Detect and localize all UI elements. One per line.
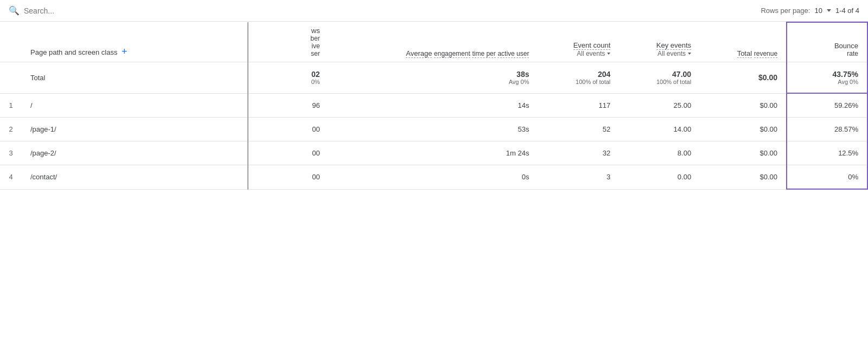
total-revenue-label-sub: revenue [754,50,777,58]
total-views: 02 0% [248,62,329,94]
add-column-button[interactable]: + [122,46,127,57]
key-events-chevron-icon [688,53,691,55]
row-bounce-rate: 28.57% [787,118,867,141]
row-bounce-rate: 59.26% [787,93,867,118]
row-avg-engagement: 0s [329,165,538,190]
table-row: 4 /contact/ 00 0s 3 0.00 $0.00 0% [0,165,867,190]
pagination-info: 1-4 of 4 [835,7,859,15]
row-views: 00 [248,165,329,190]
total-row: Total 02 0% 38s Avg 0% 204 100% of total… [0,62,867,94]
total-bounce-rate: 43.75% Avg 0% [787,62,867,94]
row-event-count: 52 [538,118,619,141]
toolbar-right: Rows per page: 10 1-4 of 4 [761,7,859,15]
data-table: Page path and screen class + ws ber ive … [0,22,868,190]
row-dimension: /page-1/ [22,118,248,141]
row-bounce-rate: 12.5% [787,141,867,165]
row-dimension: / [22,93,248,118]
row-index: 4 [0,165,22,190]
views-label-1: ws [257,27,320,35]
key-events-header: Key events All events [619,22,700,62]
table-row: 1 / 96 14s 117 25.00 $0.00 59.26% [0,93,867,118]
event-count-label: Event count [573,41,611,50]
row-dimension: /page-2/ [22,141,248,165]
avg-engagement-label-main: Average [406,49,432,58]
bounce-rate-label-sub: rate [796,50,858,57]
views-label-3: ive [257,42,320,50]
row-avg-engagement: 53s [329,118,538,141]
rows-per-page-chevron-icon[interactable] [827,9,831,12]
bounce-rate-header: Bounce rate [787,22,867,62]
views-header: ws ber ive ser [248,22,329,62]
rows-per-page-label: Rows per page: [761,7,810,15]
index-header [0,22,22,62]
row-event-count: 117 [538,93,619,118]
total-key-events: 47.00 100% of total [619,62,700,94]
avg-engagement-label-sub2: time per [472,50,495,58]
total-avg-engagement: 38s Avg 0% [329,62,538,94]
bounce-rate-label-main: Bounce [796,42,858,50]
total-event-count: 204 100% of total [538,62,619,94]
row-index: 3 [0,141,22,165]
total-revenue: $0.00 [700,62,787,94]
event-count-header: Event count All events [538,22,619,62]
header-row: Page path and screen class + ws ber ive … [0,22,867,62]
total-dimension: Total [22,62,248,94]
dimension-header: Page path and screen class + [22,22,248,62]
row-views: 00 [248,118,329,141]
row-total-revenue: $0.00 [700,165,787,190]
row-key-events: 25.00 [619,93,700,118]
row-key-events: 14.00 [619,118,700,141]
row-event-count: 3 [538,165,619,190]
avg-engagement-label-sub3: active user [497,50,529,58]
row-dimension: /contact/ [22,165,248,190]
views-label-2: ber [257,35,320,42]
row-avg-engagement: 14s [329,93,538,118]
row-views: 00 [248,141,329,165]
dimension-header-label: Page path and screen class [30,48,117,56]
search-icon: 🔍 [9,5,20,16]
row-key-events: 8.00 [619,141,700,165]
event-count-filter[interactable]: All events [577,50,610,57]
toolbar: 🔍 Rows per page: 10 1-4 of 4 [0,0,868,22]
search-input[interactable] [24,7,756,15]
total-revenue-label-main: Total [737,49,752,58]
row-total-revenue: $0.00 [700,141,787,165]
row-total-revenue: $0.00 [700,118,787,141]
avg-engagement-header: Average engagement time per active user [329,22,538,62]
rows-per-page-value: 10 [814,7,822,15]
key-events-label: Key events [656,41,691,50]
row-index: 1 [0,93,22,118]
row-event-count: 32 [538,141,619,165]
table-row: 3 /page-2/ 00 1m 24s 32 8.00 $0.00 12.5% [0,141,867,165]
total-revenue-header: Total revenue [700,22,787,62]
row-views: 96 [248,93,329,118]
row-bounce-rate: 0% [787,165,867,190]
avg-engagement-label-sub1: engagement [434,50,470,58]
row-index: 2 [0,118,22,141]
key-events-filter[interactable]: All events [658,50,691,57]
row-avg-engagement: 1m 24s [329,141,538,165]
total-index [0,62,22,94]
table-row: 2 /page-1/ 00 53s 52 14.00 $0.00 28.57% [0,118,867,141]
row-key-events: 0.00 [619,165,700,190]
table-container: Page path and screen class + ws ber ive … [0,22,868,190]
row-total-revenue: $0.00 [700,93,787,118]
views-label-4: ser [257,50,320,57]
event-count-chevron-icon [607,53,610,55]
